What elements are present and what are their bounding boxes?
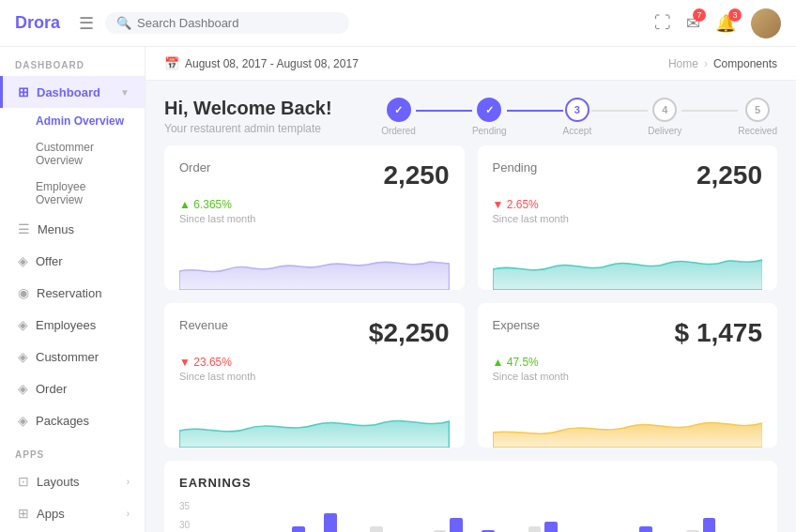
sidebar-item-packages[interactable]: ◈ Packages xyxy=(0,404,145,436)
fullscreen-button[interactable]: ⛶ xyxy=(654,13,671,33)
sidebar-item-layouts[interactable]: ⊡ Layouts › xyxy=(0,465,145,497)
sidebar-subitem-employee-overview[interactable]: Employee Overview xyxy=(0,174,145,213)
card-since: Since last month xyxy=(179,371,450,382)
card-header: Expense $ 1,475 xyxy=(493,318,763,348)
sidebar-item-apps[interactable]: ⊞ Apps › xyxy=(0,497,145,529)
packages-icon: ◈ xyxy=(18,413,28,428)
sidebar-item-order[interactable]: ◈ Order xyxy=(0,372,145,404)
hamburger-icon[interactable]: ☰ xyxy=(79,13,94,34)
sidebar-item-dashboard[interactable]: ⊞ Dashboard ▼ xyxy=(0,76,145,108)
sidebar-item-label: Packages xyxy=(36,414,89,428)
sidebar-subitem-admin-overview[interactable]: Admin Overview xyxy=(0,108,145,134)
step-line-2 xyxy=(507,110,563,112)
sidebar-item-label: Apps xyxy=(37,507,65,521)
card-since: Since last month xyxy=(493,371,763,382)
order-icon: ◈ xyxy=(18,381,28,396)
sidebar-item-reservation[interactable]: ◉ Reservation xyxy=(0,277,145,309)
step-label-accept: Accept xyxy=(563,126,592,136)
bar-blue xyxy=(639,526,652,532)
step-circle-ordered: ✓ xyxy=(387,98,411,122)
bar-group xyxy=(544,522,573,532)
bar-blue xyxy=(703,518,716,532)
sidebar-section-apps: APPS xyxy=(0,436,145,465)
layouts-icon: ⊡ xyxy=(18,474,29,489)
card-header: Revenue $2,250 xyxy=(179,318,450,348)
messages-button[interactable]: ✉ 7 xyxy=(686,13,700,34)
bar-group xyxy=(292,526,320,532)
card-chart xyxy=(493,234,763,290)
bar-blue xyxy=(450,518,463,532)
sidebar-item-custommer[interactable]: ◈ Custommer xyxy=(0,341,145,372)
sidebar-item-label: Employees xyxy=(36,318,96,332)
breadcrumb-home[interactable]: Home xyxy=(668,57,698,70)
bar-blue xyxy=(292,526,305,532)
sidebar-item-label: Dashboard xyxy=(37,85,100,99)
user-avatar[interactable] xyxy=(751,8,781,38)
bar-group xyxy=(450,518,478,532)
search-input[interactable] xyxy=(137,16,338,30)
bar-chart-area xyxy=(197,501,762,532)
date-range: 📅 August 08, 2017 - August 08, 2017 xyxy=(164,56,359,70)
bar-group xyxy=(639,526,667,532)
step-label-received: Received xyxy=(738,126,777,136)
step-line-4 xyxy=(681,110,738,112)
card-change: ▼ 23.65% xyxy=(179,356,450,369)
card-value: 2,250 xyxy=(383,160,449,190)
card-title: Pending xyxy=(493,160,538,175)
bar-gray xyxy=(528,526,542,532)
card-title: Expense xyxy=(493,318,541,332)
sidebar-item-label: Custommer xyxy=(36,350,99,364)
bar-chart-container: 35 30 25 20 15 xyxy=(179,501,762,532)
card-header: Order 2,250 xyxy=(179,160,450,190)
offer-icon: ◈ xyxy=(18,253,28,268)
sidebar: DASHBOARD ⊞ Dashboard ▼ Admin Overview C… xyxy=(0,47,145,532)
search-icon: 🔍 xyxy=(116,16,131,30)
breadcrumb-current: Components xyxy=(713,57,777,70)
card-change: ▲ 47.5% xyxy=(493,356,763,369)
step-circle-pending: ✓ xyxy=(477,98,501,122)
step-circle-accept: 3 xyxy=(565,98,589,122)
notifications-button[interactable]: 🔔 3 xyxy=(715,13,736,34)
y-label-35: 35 xyxy=(179,501,190,511)
breadcrumb: Home › Components xyxy=(668,57,777,70)
sidebar-item-employees[interactable]: ◈ Employees xyxy=(0,309,145,341)
bar-group xyxy=(324,513,352,532)
card-change: ▲ 6.365% xyxy=(179,198,450,211)
y-axis: 35 30 25 20 15 xyxy=(179,501,190,532)
card-since: Since last month xyxy=(493,213,763,224)
card-title: Order xyxy=(179,160,210,175)
step-ordered: ✓ Ordered xyxy=(381,98,416,136)
card-change: ▼ 2.65% xyxy=(493,198,763,211)
step-circle-delivery: 4 xyxy=(652,98,677,122)
bar-blue xyxy=(324,513,337,532)
sidebar-item-label: Layouts xyxy=(37,475,80,489)
step-accept: 3 Accept xyxy=(563,98,592,136)
main-content: 📅 August 08, 2017 - August 08, 2017 Home… xyxy=(145,47,796,532)
card-since: Since last month xyxy=(179,213,450,224)
earnings-card: EARNINGS 35 30 25 20 15 xyxy=(164,461,777,532)
revenue-card: Revenue $2,250 ▼ 23.65% Since last month xyxy=(164,303,465,448)
earnings-title: EARNINGS xyxy=(179,476,762,490)
card-chart xyxy=(179,234,450,290)
sidebar-item-offer[interactable]: ◈ Offer xyxy=(0,245,145,277)
employees-icon: ◈ xyxy=(18,317,28,332)
date-range-text: August 08, 2017 - August 08, 2017 xyxy=(185,57,359,70)
earnings-section: EARNINGS 35 30 25 20 15 xyxy=(145,461,796,532)
welcome-section: Hi, Welcome Back! Your restaurent admin … xyxy=(145,81,796,145)
step-line-1 xyxy=(416,110,472,112)
welcome-subtitle: Your restaurent admin template xyxy=(164,122,332,135)
custommer-icon: ◈ xyxy=(18,349,28,364)
step-delivery: 4 Delivery xyxy=(648,98,681,136)
sidebar-subitem-customer-overview[interactable]: Custommer Overview xyxy=(0,134,145,174)
cards-grid: Order 2,250 ▲ 6.365% Since last month xyxy=(145,145,796,461)
fullscreen-icon: ⛶ xyxy=(654,13,671,32)
y-label-30: 30 xyxy=(179,520,190,530)
breadcrumb-separator: › xyxy=(704,57,708,70)
bar-group xyxy=(355,526,383,532)
sidebar-item-menus[interactable]: ☰ Menus xyxy=(0,213,145,245)
sidebar-item-label: Order xyxy=(36,382,67,396)
chevron-right-icon: › xyxy=(127,477,130,487)
welcome-text: Hi, Welcome Back! Your restaurent admin … xyxy=(164,98,332,135)
step-received: 5 Received xyxy=(738,98,777,136)
bar-gray xyxy=(370,526,383,532)
